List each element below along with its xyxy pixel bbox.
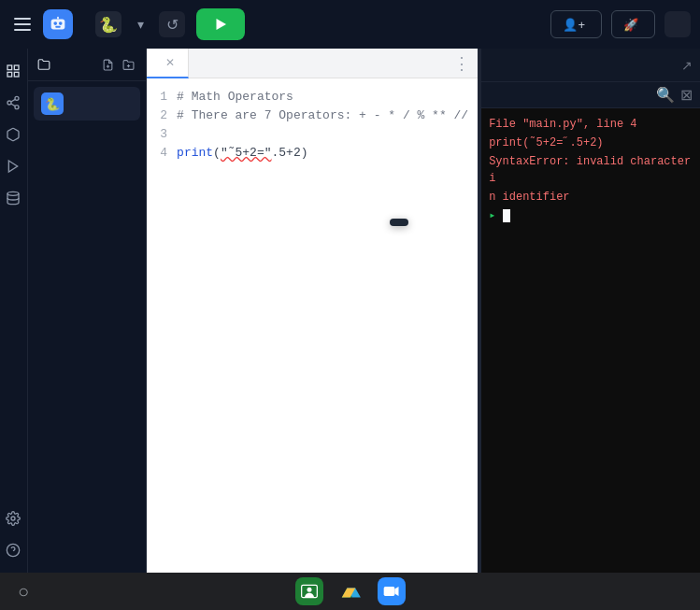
editor-tabs: ✕ ⋮ [147,49,478,78]
search-output-icon[interactable]: 🔍 [656,86,675,104]
main-layout: 🐍 ✕ ⋮ 1 # Math Operators 2 # There are 7… [0,49,700,573]
files-header [28,49,146,81]
code-line-4: 4 print("˜5+2=".5+2) [147,144,478,163]
code-line-2: 2 # There are 7 Operators: + - * / % ** … [147,106,478,125]
files-folder-icon [37,58,50,71]
icon-sidebar [0,49,28,573]
svg-marker-5 [217,19,227,30]
external-link-icon[interactable]: ↗ [681,58,693,73]
prompt-arrow: ▸ [489,209,495,222]
code-line-3: 3 [147,125,478,144]
output-panel: ↗ 🔍 ⊠ File "main.py", line 4 print(˜5+2=… [481,49,700,573]
tab-close-icon[interactable]: ✕ [165,56,175,69]
editor-area: ✕ ⋮ 1 # Math Operators 2 # There are 7 O… [147,49,478,573]
svg-point-11 [7,101,11,105]
files-header-icons [99,56,136,73]
files-panel: 🐍 [28,49,147,573]
output-url-bar: ↗ [481,49,700,82]
line-number-1: 1 [147,88,177,106]
pyflakes-tooltip [390,219,408,226]
output-toolbar: 🔍 ⊠ [481,82,700,108]
sidebar-item-git[interactable] [0,153,26,179]
run-button[interactable] [196,8,245,40]
hamburger-button[interactable] [9,11,36,37]
svg-point-17 [11,517,15,520]
code-line-1: 1 # Math Operators [147,88,478,106]
clear-output-icon[interactable]: ⊠ [680,86,693,104]
taskbar-google-drive-icon[interactable] [336,577,364,605]
taskbar: ○ [0,573,700,610]
svg-marker-15 [9,161,18,172]
file-item[interactable]: 🐍 [34,87,140,121]
sidebar-item-share[interactable] [0,90,26,116]
sidebar-item-help[interactable] [0,537,26,563]
svg-rect-4 [57,17,59,20]
svg-rect-26 [383,587,394,596]
rocket-icon: 🚀 [623,18,638,32]
taskbar-center [295,577,406,605]
svg-rect-6 [7,65,12,70]
add-button[interactable] [664,11,691,37]
taskbar-circle-icon[interactable]: ○ [9,577,37,605]
tab-main-py[interactable]: ✕ [147,49,189,78]
svg-line-13 [11,104,16,106]
taskbar-zoom-icon[interactable] [378,577,406,605]
sidebar-item-packages[interactable] [0,121,26,148]
line-number-4: 4 [147,144,177,163]
output-line-4: n identifier [489,189,693,206]
line-content-2: # There are 7 Operators: + - * / % ** // [177,106,478,125]
svg-rect-8 [7,72,12,77]
svg-rect-9 [15,72,20,77]
output-line-1: File "main.py", line 4 [489,116,693,133]
svg-point-16 [7,192,19,195]
file-item-python-icon: 🐍 [41,92,64,115]
python-icon-button[interactable]: 🐍 [95,11,121,37]
more-options-icon[interactable]: ⋮ [446,49,478,78]
code-editor[interactable]: 1 # Math Operators 2 # There are 7 Opera… [147,78,478,573]
line-number-3: 3 [147,125,177,144]
sidebar-item-database[interactable] [0,185,26,211]
svg-point-10 [15,96,19,100]
output-line-2: print(˜5+2=˝.5+2) [489,135,693,151]
svg-rect-3 [55,26,61,28]
sidebar-item-files[interactable] [0,58,26,84]
svg-point-25 [307,588,311,592]
svg-point-2 [59,21,63,25]
svg-rect-0 [51,20,65,30]
svg-point-12 [15,106,19,109]
new-file-icon[interactable] [99,56,116,73]
svg-line-14 [11,99,16,102]
output-line-3: SyntaxError: invalid character i [489,153,693,187]
taskbar-left: ○ [9,577,37,605]
output-prompt: ▸ [489,207,693,224]
upgrade-button[interactable]: 🚀 [611,10,655,38]
svg-rect-7 [15,65,20,70]
logo-avatar [43,9,73,39]
output-content: File "main.py", line 4 print(˜5+2=˝.5+2)… [481,108,700,573]
line-content-1: # Math Operators [177,88,478,106]
share-person-icon: 👤+ [563,18,585,32]
undo-button[interactable]: ↺ [159,11,185,37]
line-content-4: print("˜5+2=".5+2) [177,144,478,163]
chevron-down-icon[interactable]: ▾ [129,13,151,35]
share-button[interactable]: 👤+ [550,10,602,38]
topbar: 🐍 ▾ ↺ 👤+ 🚀 [0,0,700,49]
sidebar-item-settings[interactable] [0,505,26,532]
svg-point-1 [53,21,57,25]
taskbar-google-classroom-icon[interactable] [295,577,323,605]
new-folder-icon[interactable] [120,56,136,73]
line-number-2: 2 [147,106,177,125]
